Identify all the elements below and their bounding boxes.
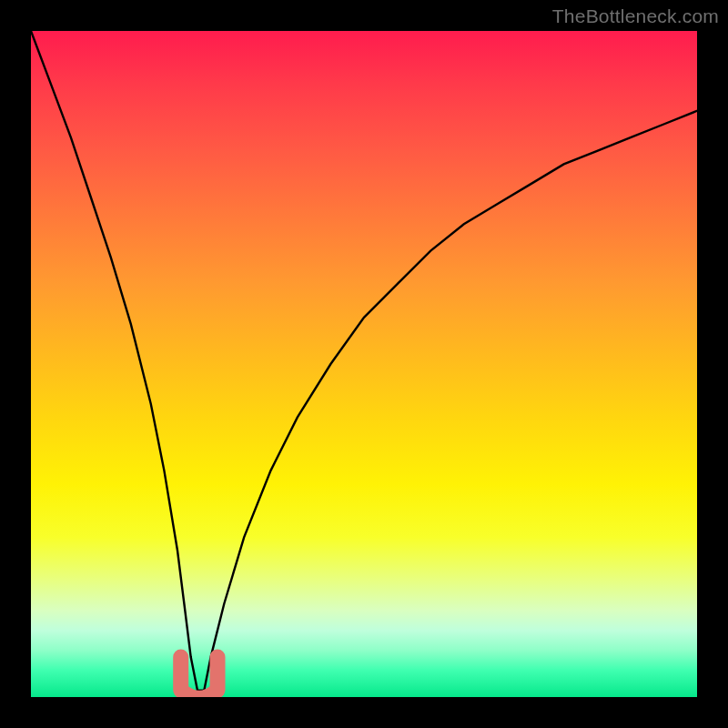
plot-area: [31, 31, 697, 697]
valley-marker: [181, 657, 217, 697]
bottleneck-curve: [31, 31, 697, 697]
watermark-text: TheBottleneck.com: [552, 5, 719, 27]
chart-frame: TheBottleneck.com: [0, 0, 728, 728]
curve-path: [31, 31, 697, 691]
